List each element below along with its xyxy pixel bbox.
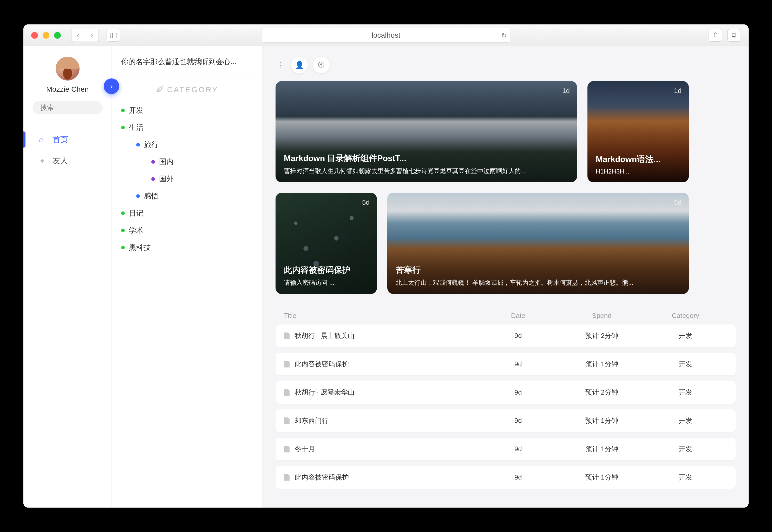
friends-icon: ✦	[39, 156, 46, 165]
row-title: 却东西门行	[295, 416, 328, 425]
category-item[interactable]: 生活	[121, 119, 253, 136]
chevron-right-icon: ›	[110, 82, 113, 91]
row-category: 开发	[644, 331, 727, 340]
back-button[interactable]: ‹	[71, 29, 85, 42]
row-category: 开发	[644, 444, 727, 454]
category-item[interactable]: 旅行	[121, 136, 253, 153]
table-header: Title Date Spend Category	[275, 307, 736, 324]
leaf-icon	[156, 86, 163, 93]
table-row[interactable]: 此内容被密码保护 9d 预计 1分钟 开发	[275, 466, 736, 489]
document-icon	[284, 446, 289, 453]
category-item[interactable]: 国外	[121, 170, 253, 188]
dot-icon	[121, 211, 125, 215]
row-category: 开发	[644, 416, 727, 425]
tabs-button[interactable]: ⧉	[727, 29, 741, 42]
nav-item-home[interactable]: ⌂ 首页	[23, 129, 111, 150]
row-date: 9d	[476, 388, 560, 396]
row-spend: 预计 1分钟	[560, 416, 644, 425]
card-subtitle: 曹操对酒当歌人生几何譬如朝露去里苦多曹植七步诗煮豆燃豆萁豆在釜中泣雨啊好大的…	[284, 167, 569, 175]
table-row[interactable]: 秋胡行 · 晨上散关山 9d 预计 2分钟 开发	[275, 324, 736, 347]
share-button[interactable]: ⇧	[709, 29, 722, 42]
forward-button[interactable]: ›	[85, 29, 98, 42]
table-row[interactable]: 秋胡行 · 愿登泰华山 9d 预计 2分钟 开发	[275, 381, 736, 404]
category-label: 黑科技	[129, 243, 151, 252]
card-time: 5d	[674, 198, 682, 207]
row-date: 9d	[476, 417, 560, 425]
nav-item-friends[interactable]: ✦ 友人	[23, 150, 111, 171]
browser-window: ‹ › localhost ↻ ⇧ ⧉ Mozzie Chen ⌂	[23, 24, 749, 508]
dot-icon	[136, 194, 140, 198]
dot-icon	[121, 246, 125, 249]
category-item[interactable]: 开发	[121, 102, 253, 119]
svg-rect-0	[110, 33, 116, 38]
row-title: 冬十月	[295, 444, 315, 454]
top-icons: ⋮ 👤 ⦿	[275, 57, 736, 73]
profile-button[interactable]: 👤	[291, 57, 308, 73]
category-heading: CATEGORY	[112, 77, 262, 99]
maximize-window-button[interactable]	[54, 32, 61, 39]
row-spend: 预计 1分钟	[560, 444, 644, 454]
home-icon: ⌂	[39, 135, 46, 144]
category-item[interactable]: 感悟	[121, 188, 253, 205]
category-item[interactable]: 日记	[121, 205, 253, 222]
card-title: 此内容被密码保护	[284, 264, 368, 276]
category-label: 日记	[129, 208, 143, 218]
card-title: Markdown 目录解析组件PostT...	[284, 153, 569, 164]
titlebar-right: ⇧ ⧉	[709, 29, 741, 42]
close-window-button[interactable]	[31, 32, 38, 39]
table-row[interactable]: 却东西门行 9d 预计 1分钟 开发	[275, 409, 736, 432]
card-title: 苦寒行	[396, 264, 681, 276]
category-label: 国外	[159, 174, 174, 184]
row-title: 秋胡行 · 晨上散关山	[295, 331, 354, 340]
tagline: 你的名字那么普通也就我听到会心...	[112, 46, 262, 77]
row-spend: 预计 2分钟	[560, 388, 644, 397]
th-date: Date	[476, 312, 560, 320]
category-item[interactable]: 学术	[121, 222, 253, 239]
address-bar[interactable]: localhost ↻	[261, 28, 511, 43]
dot-icon	[151, 160, 155, 164]
row-category: 开发	[644, 360, 727, 369]
card-subtitle: H1H2H3H...	[596, 168, 681, 175]
nav-label: 首页	[52, 134, 68, 145]
dot-icon	[136, 143, 140, 147]
row-date: 9d	[476, 473, 560, 481]
minimize-window-button[interactable]	[43, 32, 49, 39]
username: Mozzie Chen	[46, 85, 89, 94]
row-date: 9d	[476, 332, 560, 340]
post-card[interactable]: 5d 此内容被密码保护 请输入密码访问 ...	[275, 193, 377, 294]
row-spend: 预计 1分钟	[560, 473, 644, 482]
search-box[interactable]	[32, 101, 103, 114]
card-time: 1d	[562, 87, 570, 95]
main-content: ⋮ 👤 ⦿ 1d Markdown 目录解析组件PostT... 曹操对酒当歌人…	[262, 46, 749, 508]
table-row[interactable]: 此内容被密码保护 9d 预计 1分钟 开发	[275, 353, 736, 375]
rss-button[interactable]: ⦿	[313, 57, 329, 73]
th-category: Category	[644, 312, 727, 320]
card-subtitle: 请输入密码访问 ...	[284, 278, 368, 287]
document-icon	[284, 417, 289, 424]
user-icon: 👤	[295, 61, 304, 69]
th-spend: Spend	[560, 312, 644, 320]
nav-label: 友人	[52, 156, 68, 166]
post-card[interactable]: 5d 苦寒行 北上太行山，艰哉何巍巍！ 羊肠坂诘屈，车轮为之摧。树木何萧瑟，北风…	[387, 193, 689, 294]
expand-button[interactable]: ›	[104, 78, 119, 94]
category-item[interactable]: 黑科技	[121, 239, 253, 256]
post-card[interactable]: 1d Markdown语法... H1H2H3H...	[588, 81, 689, 182]
avatar[interactable]	[56, 57, 80, 81]
document-icon	[284, 333, 289, 339]
category-label: 生活	[129, 123, 143, 132]
app-root: Mozzie Chen ⌂ 首页 ✦ 友人 › 你的名字那么普通也就	[23, 46, 749, 508]
window-controls	[31, 32, 61, 39]
dot-icon	[121, 126, 125, 129]
post-card[interactable]: 1d Markdown 目录解析组件PostT... 曹操对酒当歌人生几何譬如朝…	[275, 81, 577, 182]
refresh-icon[interactable]: ↻	[501, 31, 507, 39]
table-row[interactable]: 冬十月 9d 预计 1分钟 开发	[275, 438, 736, 460]
search-input[interactable]	[40, 104, 125, 112]
titlebar: ‹ › localhost ↻ ⇧ ⧉	[23, 24, 749, 46]
document-icon	[284, 389, 289, 396]
sidebar-toggle-button[interactable]	[107, 29, 120, 42]
more-button[interactable]: ⋮	[275, 57, 286, 73]
table-body: 秋胡行 · 晨上散关山 9d 预计 2分钟 开发此内容被密码保护 9d 预计 1…	[275, 324, 736, 489]
dot-icon	[151, 177, 155, 181]
category-item[interactable]: 国内	[121, 153, 253, 170]
card-title: Markdown语法...	[596, 154, 681, 165]
